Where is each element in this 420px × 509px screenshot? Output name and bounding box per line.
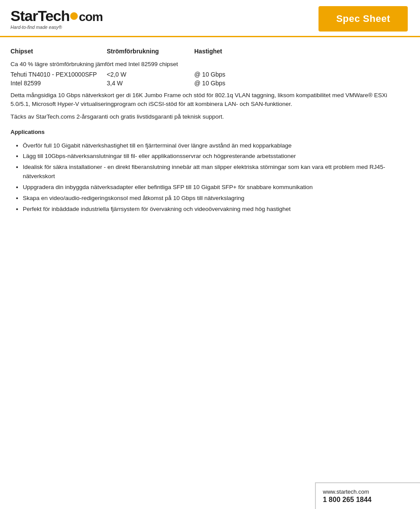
logo-tagline: Hard-to-find made easy®: [10, 25, 103, 30]
logo-tech: Tech: [38, 8, 70, 23]
spec-sheet-badge: Spec Sheet: [318, 6, 408, 32]
footer: www.startech.com 1 800 265 1844: [315, 482, 420, 509]
header: StarTech●com Hard-to-find made easy® Spe…: [0, 0, 420, 37]
description-1: Detta mångsidiga 10 Gbps nätverkskort ge…: [10, 91, 408, 109]
list-item: Överför full 10 Gigabit nätverkshastighe…: [23, 141, 408, 151]
table-row: Tehuti TN4010 - PEX10000SFP <2,0 W @ 10 …: [10, 71, 408, 78]
logo-area: StarTech●com Hard-to-find made easy®: [10, 8, 103, 30]
logo-dot: ●: [69, 10, 79, 20]
list-item: Uppgradera din inbyggda nätverksadapter …: [23, 183, 408, 192]
row2-speed: @ 10 Gbps: [194, 80, 282, 87]
row2-power: 3,4 W: [107, 80, 194, 87]
row2-chipset: Intel 82599: [10, 80, 107, 87]
logo-com: com: [79, 11, 103, 23]
table-row: Intel 82599 3,4 W @ 10 Gbps: [10, 80, 408, 87]
row1-speed: @ 10 Gbps: [194, 71, 282, 78]
footer-phone: 1 800 265 1844: [323, 496, 413, 504]
col-header-speed: Hastighet: [194, 48, 282, 55]
main-content: Chipset Strömförbrukning Hastighet Ca 40…: [0, 37, 420, 225]
logo: StarTech●com: [10, 8, 103, 23]
guarantee-text: Täcks av StarTech.coms 2-årsgaranti och …: [10, 113, 408, 120]
table-data: Tehuti TN4010 - PEX10000SFP <2,0 W @ 10 …: [10, 71, 408, 87]
list-item: Skapa en video/audio-redigeringskonsol m…: [23, 194, 408, 203]
applications-list: Överför full 10 Gigabit nätverkshastighe…: [10, 141, 408, 214]
col-header-power: Strömförbrukning: [107, 48, 194, 55]
row1-power: <2,0 W: [107, 71, 194, 78]
intro-text: Ca 40 % lägre strömförbrukning jämfört m…: [10, 61, 408, 67]
row1-chipset: Tehuti TN4010 - PEX10000SFP: [10, 71, 107, 78]
list-item: Perfekt för inbäddade industriella fjärr…: [23, 205, 408, 214]
table-header: Chipset Strömförbrukning Hastighet: [10, 48, 408, 56]
list-item: Lägg till 10Gbps-nätverksanslutningar ti…: [23, 152, 408, 161]
col-header-chipset: Chipset: [10, 48, 107, 55]
applications-label: Applications: [10, 129, 408, 135]
logo-star: Star: [10, 8, 38, 23]
footer-website: www.startech.com: [323, 488, 413, 495]
list-item: Idealisk för säkra installationer - en d…: [23, 163, 408, 181]
